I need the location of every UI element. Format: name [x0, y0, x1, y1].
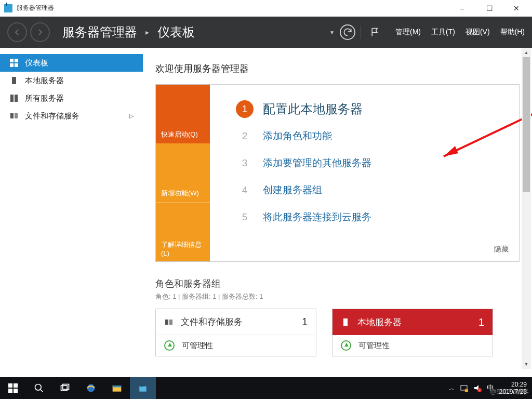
- taskbar-clock[interactable]: 20:29 2019/7/25 @51CTO博客: [499, 381, 527, 395]
- step-number-icon: 1: [236, 100, 254, 118]
- tile-title: 文件和存储服务: [181, 316, 243, 328]
- step-create-group[interactable]: 4 创建服务器组: [236, 181, 512, 199]
- watermark: @51CTO博客: [490, 388, 529, 395]
- main-content: 欢迎使用服务器管理器 快速启动(Q) 新增功能(W) 了解详细信息(L) 1 配…: [143, 48, 532, 377]
- tile-file-storage[interactable]: 文件和存储服务 1 可管理性: [155, 309, 316, 356]
- svg-rect-1: [15, 59, 18, 62]
- status-up-icon: [164, 340, 175, 351]
- svg-rect-8: [15, 113, 18, 118]
- svg-rect-14: [8, 383, 12, 388]
- minimize-button[interactable]: –: [455, 2, 470, 15]
- svg-rect-24: [113, 385, 122, 387]
- menu-manage[interactable]: 管理(M): [395, 28, 421, 37]
- svg-rect-28: [465, 389, 468, 392]
- sidebar: 仪表板 本地服务器 所有服务器 文件和存储服务 ▷: [0, 48, 143, 377]
- welcome-title: 欢迎使用服务器管理器: [155, 62, 520, 75]
- step-label: 添加要管理的其他服务器: [263, 156, 371, 170]
- notifications-flag-icon[interactable]: [366, 23, 384, 41]
- scroll-thumb[interactable]: [523, 57, 530, 192]
- svg-rect-16: [8, 389, 12, 393]
- system-tray: ︿ x 中 20:29 2019/7/25 @51CTO博客: [449, 381, 532, 395]
- step-add-servers[interactable]: 3 添加要管理的其他服务器: [236, 154, 512, 172]
- tab-whatsnew[interactable]: 新增功能(W): [156, 143, 210, 202]
- explorer-button[interactable]: [104, 377, 130, 399]
- menu-help[interactable]: 帮助(H): [500, 28, 525, 37]
- svg-rect-4: [12, 77, 16, 84]
- servers-icon: [9, 94, 19, 103]
- sidebar-item-all-servers[interactable]: 所有服务器: [0, 89, 143, 107]
- server-manager-taskbar-button[interactable]: [130, 377, 156, 399]
- svg-rect-25: [139, 387, 146, 392]
- ie-button[interactable]: [78, 377, 104, 399]
- chevron-right-icon: ▷: [129, 113, 134, 119]
- step-number-icon: 3: [236, 154, 254, 172]
- vertical-scrollbar[interactable]: ▲ ▼: [522, 48, 531, 369]
- search-button[interactable]: [26, 377, 52, 399]
- breadcrumb-separator-icon: ▸: [145, 28, 149, 36]
- volume-icon[interactable]: x: [473, 384, 482, 392]
- breadcrumb: 服务器管理器 ▸ 仪表板: [62, 24, 195, 41]
- tab-learnmore[interactable]: 了解详细信息(L): [156, 202, 210, 261]
- step-number-icon: 2: [236, 127, 254, 145]
- app-header: 服务器管理器 ▸ 仪表板 ▼ 管理(M) 工具(T) 视图(V) 帮助(H): [0, 17, 532, 48]
- svg-rect-26: [141, 384, 143, 387]
- step-add-roles[interactable]: 2 添加角色和功能: [236, 127, 512, 145]
- breadcrumb-dropdown-icon[interactable]: ▼: [329, 30, 335, 35]
- step-configure-local[interactable]: 1 配置此本地服务器: [236, 100, 512, 118]
- breadcrumb-app[interactable]: 服务器管理器: [62, 24, 137, 41]
- svg-point-18: [35, 384, 42, 391]
- close-button[interactable]: ✕: [509, 2, 524, 15]
- scroll-up-icon[interactable]: ▲: [522, 48, 531, 57]
- svg-rect-5: [10, 95, 14, 102]
- svg-rect-13: [343, 318, 348, 326]
- dashboard-icon: [9, 58, 19, 68]
- tile-row-manageability[interactable]: 可管理性: [156, 335, 316, 356]
- maximize-button[interactable]: ☐: [482, 2, 497, 15]
- quickstart-steps: 1 配置此本地服务器 2 添加角色和功能 3 添加要管理的其他服务器 4 创建服…: [210, 85, 519, 261]
- tab-quickstart[interactable]: 快速启动(Q): [156, 85, 210, 143]
- tray-chevron-icon[interactable]: ︿: [449, 384, 455, 392]
- network-icon[interactable]: [460, 384, 468, 392]
- svg-rect-17: [14, 389, 18, 393]
- tile-count: 1: [302, 316, 308, 328]
- quickstart-panel: 快速启动(Q) 新增功能(W) 了解详细信息(L) 1 配置此本地服务器 2 添…: [155, 84, 520, 262]
- menu-tools[interactable]: 工具(T): [431, 28, 455, 37]
- svg-rect-2: [10, 63, 14, 67]
- tile-row-manageability[interactable]: 可管理性: [332, 335, 493, 356]
- refresh-icon[interactable]: [340, 24, 355, 40]
- step-number-icon: 4: [236, 181, 254, 199]
- status-up-icon: [341, 340, 351, 351]
- nav-forward-button[interactable]: [30, 22, 50, 42]
- step-label: 配置此本地服务器: [263, 101, 363, 117]
- roles-title: 角色和服务器组: [155, 277, 520, 290]
- breadcrumb-page[interactable]: 仪表板: [157, 24, 195, 41]
- start-button[interactable]: [0, 377, 26, 399]
- svg-rect-11: [165, 320, 168, 325]
- tile-local-server[interactable]: 本地服务器 1 可管理性: [332, 309, 493, 356]
- taskview-button[interactable]: [52, 377, 78, 399]
- tile-row-label: 可管理性: [182, 341, 213, 351]
- window-titlebar: 服务器管理器 – ☐ ✕: [0, 0, 532, 17]
- svg-rect-0: [10, 59, 14, 62]
- svg-rect-20: [61, 385, 68, 391]
- sidebar-item-label: 文件和存储服务: [25, 111, 79, 121]
- tile-title: 本地服务器: [357, 316, 402, 328]
- quickstart-tabs: 快速启动(Q) 新增功能(W) 了解详细信息(L): [156, 85, 210, 261]
- sidebar-item-label: 本地服务器: [25, 76, 64, 86]
- step-connect-cloud[interactable]: 5 将此服务器连接到云服务: [236, 208, 512, 226]
- tile-row-label: 可管理性: [358, 341, 390, 351]
- svg-rect-3: [15, 63, 18, 67]
- svg-rect-15: [14, 383, 18, 388]
- sidebar-item-file-storage[interactable]: 文件和存储服务 ▷: [0, 107, 143, 125]
- scroll-down-icon[interactable]: ▼: [522, 360, 531, 369]
- menu-view[interactable]: 视图(V): [466, 28, 490, 37]
- server-icon: [341, 317, 350, 327]
- step-number-icon: 5: [236, 208, 254, 226]
- sidebar-item-dashboard[interactable]: 仪表板: [0, 54, 143, 72]
- tile-count: 1: [478, 316, 484, 328]
- sidebar-item-local-server[interactable]: 本地服务器: [0, 72, 143, 89]
- sidebar-item-label: 所有服务器: [25, 94, 64, 103]
- hide-link[interactable]: 隐藏: [494, 245, 509, 254]
- nav-back-button[interactable]: [7, 22, 27, 42]
- storage-icon: [9, 111, 19, 121]
